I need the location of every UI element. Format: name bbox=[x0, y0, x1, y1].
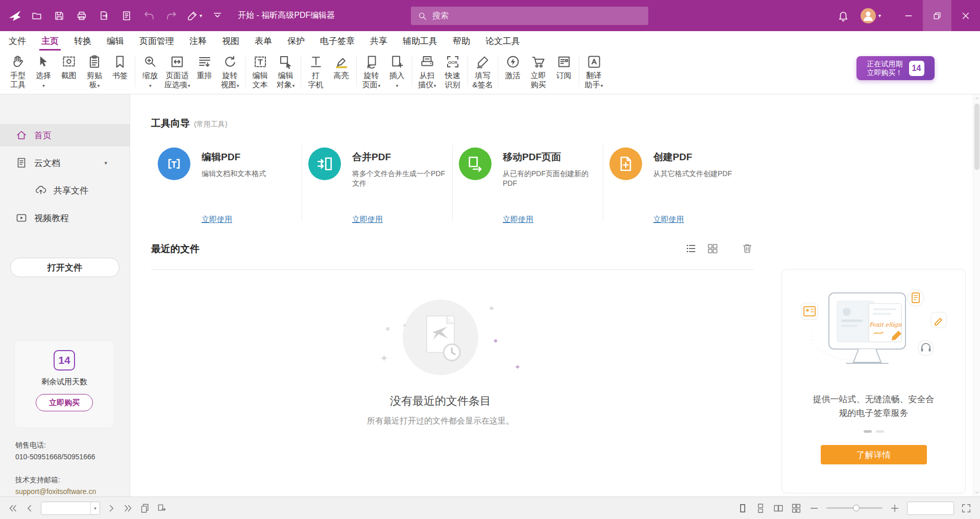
zoom-in-button[interactable] bbox=[889, 503, 900, 514]
first-page-button[interactable] bbox=[7, 503, 18, 514]
search-box[interactable] bbox=[411, 7, 648, 25]
tool-card-create-pdf[interactable]: 创建PDF从其它格式文件创建PDF立即使用 bbox=[603, 140, 753, 230]
print-button[interactable] bbox=[72, 7, 91, 25]
carousel-dot[interactable] bbox=[876, 430, 884, 433]
trial-badge-button[interactable]: 正在试用期 立即购买！ 14 bbox=[856, 56, 935, 80]
ribbon-insert-button[interactable]: 插入▾ bbox=[384, 54, 410, 90]
redo-button[interactable] bbox=[162, 7, 181, 25]
buy-now-button[interactable]: 立即购买 bbox=[36, 394, 93, 411]
menu-tab-comment[interactable]: 注释 bbox=[182, 31, 214, 51]
ribbon-zoom-button[interactable]: 缩放▾ bbox=[137, 54, 163, 90]
sidebar-item-video-tutorials[interactable]: 视频教程 bbox=[0, 207, 130, 229]
restore-button[interactable] bbox=[923, 0, 951, 31]
tool-card-create-pdf-use-link[interactable]: 立即使用 bbox=[653, 215, 684, 225]
menu-tab-convert[interactable]: 转换 bbox=[66, 31, 99, 51]
ribbon-subscribe-button[interactable]: 订阅 bbox=[551, 54, 577, 80]
close-button[interactable] bbox=[951, 0, 980, 31]
open-file-button[interactable]: 打开文件 bbox=[10, 258, 119, 277]
ribbon-clipboard-button[interactable]: 剪贴板▾ bbox=[82, 54, 107, 90]
ribbon-hand-tool-button[interactable]: 手型工具 bbox=[5, 54, 31, 89]
open-file-button[interactable] bbox=[28, 7, 46, 25]
menu-tab-view[interactable]: 视图 bbox=[214, 31, 247, 51]
search-input[interactable] bbox=[432, 11, 642, 20]
grid-view-icon[interactable] bbox=[706, 242, 719, 255]
tool-card-merge-pdf[interactable]: 合并PDF将多个文件合并生成一个PDF文件立即使用 bbox=[302, 140, 452, 230]
ribbon-activate-button[interactable]: 激活 bbox=[500, 54, 526, 80]
menu-tab-organize[interactable]: 页面管理 bbox=[132, 31, 182, 51]
ribbon-rotate-pages-button[interactable]: 旋转页面▾ bbox=[359, 54, 384, 90]
menu-tab-paper-tools[interactable]: 论文工具 bbox=[478, 31, 528, 51]
sidebar-item-home[interactable]: 首页 bbox=[0, 124, 130, 146]
app-window: { "app": { "accent": "#9C2D90", "orange"… bbox=[0, 0, 980, 519]
ribbon-bookmark-button[interactable]: 书签 bbox=[107, 54, 133, 80]
page-layout-icon-a[interactable] bbox=[139, 503, 151, 514]
tool-card-merge-pdf-use-link[interactable]: 立即使用 bbox=[352, 215, 383, 225]
continuous-mode-button[interactable] bbox=[755, 503, 766, 514]
list-view-icon[interactable] bbox=[685, 242, 697, 255]
zoom-level-input[interactable] bbox=[908, 502, 953, 514]
ribbon-typewriter-button[interactable]: 打字机 bbox=[303, 54, 329, 89]
menu-tab-help[interactable]: 帮助 bbox=[445, 31, 478, 51]
page-number-box[interactable]: ▾ bbox=[41, 502, 100, 515]
zoom-slider-thumb[interactable] bbox=[853, 505, 860, 511]
dot-decoration bbox=[403, 324, 406, 327]
vertical-scrollbar[interactable] bbox=[973, 94, 980, 497]
ribbon-fill-sign-button[interactable]: 填写&签名 bbox=[470, 54, 496, 89]
ribbon-select-button[interactable]: 选择▾ bbox=[31, 54, 56, 90]
zoom-out-button[interactable] bbox=[808, 503, 820, 514]
ribbon-translate-button[interactable]: 翻译助手▾ bbox=[581, 54, 607, 90]
next-page-button[interactable] bbox=[106, 503, 117, 514]
menu-tab-share[interactable]: 共享 bbox=[362, 31, 395, 51]
scroll-up-icon[interactable] bbox=[973, 94, 980, 103]
share-button[interactable] bbox=[117, 7, 136, 25]
ribbon-highlight-button[interactable]: 高亮 bbox=[329, 54, 354, 80]
page-layout-icon-b[interactable] bbox=[156, 503, 167, 514]
minimize-button[interactable] bbox=[894, 0, 923, 31]
scrollbar-thumb[interactable] bbox=[974, 104, 979, 170]
ribbon-edit-text-button[interactable]: 编辑文本 bbox=[248, 54, 273, 89]
bell-icon[interactable] bbox=[837, 10, 849, 22]
menu-tab-file[interactable]: 文件 bbox=[1, 31, 34, 51]
scroll-down-icon[interactable] bbox=[973, 488, 980, 497]
zoom-level-box[interactable] bbox=[907, 502, 954, 515]
prev-page-button[interactable] bbox=[24, 503, 35, 514]
esign-button[interactable]: ▾ bbox=[185, 7, 204, 25]
ribbon-from-scanner-button[interactable]: 从扫描仪▾ bbox=[414, 54, 440, 90]
learn-more-button[interactable]: 了解详情 bbox=[821, 445, 927, 464]
tool-card-edit-pdf[interactable]: 编辑PDF编辑文档和文本格式立即使用 bbox=[151, 140, 302, 230]
ribbon-buy-now-button[interactable]: 立即购买 bbox=[526, 54, 551, 89]
ribbon-ocr-button[interactable]: OCR快速识别 bbox=[440, 54, 465, 89]
menu-tab-esign[interactable]: 电子签章 bbox=[312, 31, 362, 51]
save-button[interactable] bbox=[50, 7, 68, 25]
ribbon-reflow-button[interactable]: 重排 bbox=[192, 54, 217, 80]
tool-card-edit-pdf-use-link[interactable]: 立即使用 bbox=[202, 215, 232, 225]
chevron-down-icon[interactable]: ▾ bbox=[90, 502, 100, 514]
ribbon-fit-options-button[interactable]: 页面适应选项▾ bbox=[163, 54, 192, 90]
support-email-link[interactable]: support@foxitsoftware.cn bbox=[15, 486, 96, 498]
export-button[interactable] bbox=[95, 7, 113, 25]
page-number-input[interactable] bbox=[41, 504, 90, 512]
trash-icon[interactable] bbox=[741, 242, 753, 255]
menu-tab-edit[interactable]: 编辑 bbox=[99, 31, 132, 51]
menu-tab-accessibility[interactable]: 辅助工具 bbox=[395, 31, 445, 51]
ribbon-snapshot-button[interactable]: 截图 bbox=[56, 54, 82, 80]
hide-toolbar-button[interactable] bbox=[208, 7, 227, 25]
sidebar-item-cloud-docs[interactable]: 云文档▾ bbox=[0, 152, 130, 174]
single-page-mode-button[interactable] bbox=[737, 503, 748, 514]
carousel-dot[interactable] bbox=[864, 430, 872, 433]
menu-tab-home[interactable]: 主页 bbox=[34, 31, 66, 51]
menu-tab-form[interactable]: 表单 bbox=[247, 31, 280, 51]
menu-tab-protect[interactable]: 保护 bbox=[280, 31, 312, 51]
account-menu[interactable]: ▾ bbox=[861, 8, 881, 23]
continuous-facing-mode-button[interactable] bbox=[791, 503, 802, 514]
fit-screen-button[interactable] bbox=[961, 503, 972, 514]
last-page-button[interactable] bbox=[122, 503, 134, 514]
ribbon-rotate-view-button[interactable]: 旋转视图▾ bbox=[217, 54, 243, 90]
sidebar-item-shared-files[interactable]: 共享文件 bbox=[0, 179, 130, 202]
zoom-slider[interactable] bbox=[826, 507, 883, 509]
undo-button[interactable] bbox=[140, 7, 158, 25]
tool-card-move-pdf-pages-use-link[interactable]: 立即使用 bbox=[503, 215, 533, 225]
tool-card-move-pdf-pages[interactable]: 移动PDF页面从已有的PDF页面创建新的PDF立即使用 bbox=[452, 140, 603, 230]
ribbon-edit-object-button[interactable]: 编辑对象▾ bbox=[273, 54, 299, 90]
facing-mode-button[interactable] bbox=[773, 503, 784, 514]
